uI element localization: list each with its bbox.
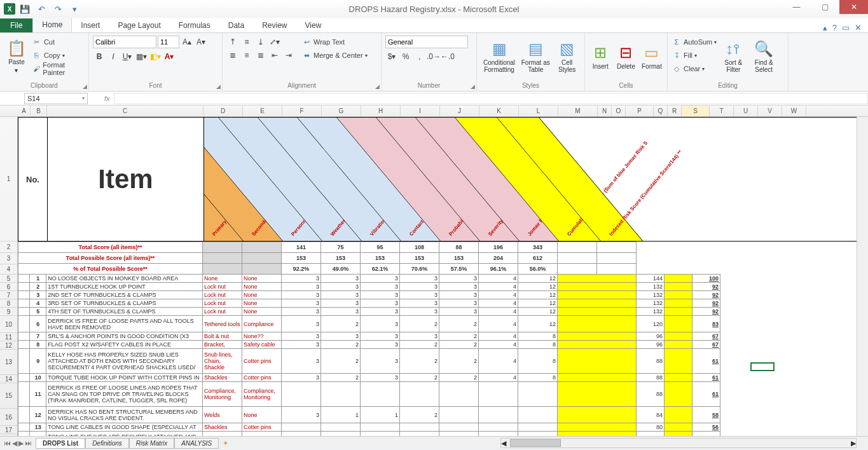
qat-customize[interactable]: ▾ [67,2,81,16]
header-no: No. [18,118,48,241]
align-top[interactable]: ⤒ [226,36,239,48]
align-middle[interactable]: ≡ [240,36,253,48]
data-table[interactable]: Total Score (all items)**141759510888196… [18,242,720,436]
header-row: No. Item Primary Means of Securement**Se… [18,117,868,242]
percent-button[interactable]: % [399,50,412,63]
italic-button[interactable]: I [107,50,120,63]
clear-button[interactable]: ◇Clear▾ [672,62,717,75]
group-font: A▴ A▾ B I U▾ ▦▾ ◧▾ A▾ Font◢ [89,33,223,91]
align-center[interactable]: ≡ [240,49,253,62]
help-icon[interactable]: ? [832,23,837,32]
format-painter-button[interactable]: 🖌Format Painter [32,62,85,75]
group-alignment: ⤒≡⤓⤢▾ ≣≡≣⇤⇥ ↩Wrap Text ⬌Merge & Center▾ … [223,33,382,91]
sheet-nav-next[interactable]: ▶ [18,439,24,447]
column-headers[interactable]: ABCDEFGHIJKLMNOPQRSTUVW [0,106,868,117]
comma-button[interactable]: , [413,50,426,63]
group-number: $▾ % , .0→ ←.0 Number◢ [382,33,477,91]
row-headers[interactable]: 1234567891011121314151617181920212223242… [0,117,18,436]
sort-filter-button[interactable]: ↕⫯Sort & Filter [719,36,747,78]
tab-data[interactable]: Data [219,18,253,32]
save-button[interactable]: 💾 [18,2,32,16]
group-cells: ⊞Insert ⊟Delete ▭Format Cells [585,33,668,91]
align-left[interactable]: ≣ [226,49,239,62]
sheet-nav-first[interactable]: ⏮ [4,439,11,447]
merge-center-button[interactable]: ⬌Merge & Center▾ [301,49,368,62]
window-title: DROPS Hazard Registry.xlsx - Microsoft E… [0,4,868,14]
workbook-close-icon[interactable]: ✕ [855,23,862,32]
tab-view[interactable]: View [296,18,331,32]
name-box[interactable]: S14▾ [24,93,88,104]
autosum-button[interactable]: ΣAutoSum▾ [672,36,717,48]
vertical-scrollbar[interactable] [857,117,868,436]
fill-color-button[interactable]: ◧▾ [149,50,162,63]
font-color-button[interactable]: A▾ [163,50,176,63]
sheet-tab-bar: ⏮ ◀ ▶ ⏭ DROPS ListDefinitionsRisk Matrix… [0,436,868,450]
window-restore-icon[interactable]: ▭ [842,23,850,32]
fx-icon[interactable]: fx [104,95,110,102]
sheet-nav-prev[interactable]: ◀ [12,439,17,447]
tab-page-layout[interactable]: Page Layout [109,18,169,32]
ribbon: 📋Paste▾ ✂Cut ⎘Copy▾ 🖌Format Painter Clip… [0,33,868,92]
number-format[interactable] [385,36,468,48]
sheet-tab-risk-matrix[interactable]: Risk Matrix [129,438,174,449]
cut-button[interactable]: ✂Cut [32,36,85,48]
tab-review[interactable]: Review [253,18,296,32]
delete-cells-button[interactable]: ⊟Delete [614,36,637,78]
grow-font[interactable]: A▴ [181,36,193,48]
formula-input[interactable] [114,93,868,104]
underline-button[interactable]: U▾ [121,50,134,63]
orientation[interactable]: ⤢▾ [268,36,281,48]
font-name[interactable] [93,36,156,48]
accounting-button[interactable]: $▾ [385,50,398,63]
font-size[interactable] [158,36,179,48]
shrink-font[interactable]: A▾ [195,36,207,48]
tab-home[interactable]: Home [32,17,72,32]
horizontal-scrollbar[interactable]: ◀▶ [500,438,857,448]
insert-cells-button[interactable]: ⊞Insert [589,36,612,78]
minimize-button[interactable]: — [782,0,811,14]
cell-styles-button[interactable]: ▧Cell Styles [553,36,581,78]
new-sheet-button[interactable]: ✦ [223,439,228,447]
ribbon-tabs: File Home Insert Page Layout Formulas Da… [0,18,868,33]
selected-cell [750,362,775,371]
format-cells-button[interactable]: ▭Format [640,36,663,78]
format-table-button[interactable]: ▤Format as Table [520,36,551,78]
copy-button[interactable]: ⎘Copy▾ [32,49,85,62]
inc-decimal[interactable]: .0→ [427,50,440,63]
close-button[interactable]: ✕ [839,0,868,14]
sheet-tab-analysis[interactable]: ANALYSIS [174,438,219,449]
inc-indent[interactable]: ⇥ [282,49,295,62]
worksheet-grid[interactable]: 1234567891011121314151617181920212223242… [0,117,868,436]
excel-icon: X [4,3,15,15]
group-styles: ▦Conditional Formatting ▤Format as Table… [477,33,585,91]
dec-indent[interactable]: ⇤ [268,49,281,62]
file-tab[interactable]: File [0,18,32,32]
group-editing: ΣAutoSum▾ ↧Fill▾ ◇Clear▾ ↕⫯Sort & Filter… [668,33,789,91]
sheet-nav-last[interactable]: ⏭ [25,439,32,447]
redo-button[interactable]: ↷ [51,2,65,16]
paste-button[interactable]: 📋Paste▾ [4,36,29,78]
sheet-tab-drops-list[interactable]: DROPS List [36,438,85,449]
fill-button[interactable]: ↧Fill▾ [672,49,717,62]
quick-access-toolbar: X 💾 ↶ ↷ ▾ [0,2,85,16]
undo-button[interactable]: ↶ [34,2,48,16]
formula-bar: S14▾ fx [0,92,868,106]
bold-button[interactable]: B [93,50,106,63]
tab-formulas[interactable]: Formulas [170,18,219,32]
border-button[interactable]: ▦▾ [135,50,148,63]
tab-insert[interactable]: Insert [72,18,109,32]
sheet-tab-definitions[interactable]: Definitions [85,438,129,449]
minimize-ribbon-icon[interactable]: ▴ [823,23,827,32]
wrap-text-button[interactable]: ↩Wrap Text [301,36,368,48]
maximize-button[interactable]: ▢ [811,0,839,14]
cond-format-button[interactable]: ▦Conditional Formatting [481,36,518,78]
header-item: Item [48,118,204,241]
group-clipboard: 📋Paste▾ ✂Cut ⎘Copy▾ 🖌Format Painter Clip… [0,33,89,91]
dec-decimal[interactable]: ←.0 [441,50,454,63]
align-right[interactable]: ≣ [254,49,267,62]
find-select-button[interactable]: 🔍Find & Select [750,36,778,78]
title-bar: X 💾 ↶ ↷ ▾ DROPS Hazard Registry.xlsx - M… [0,0,868,18]
align-bottom[interactable]: ⤓ [254,36,267,48]
